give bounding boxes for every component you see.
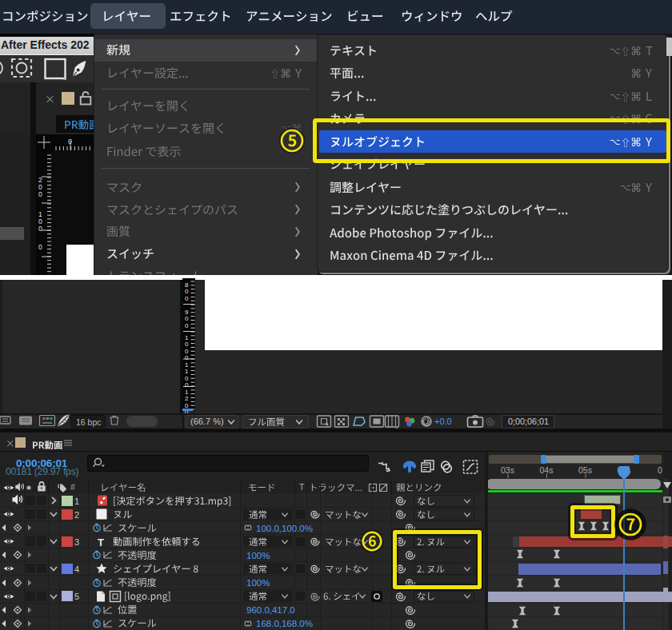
svg-text:0: 0 (185, 354, 189, 361)
svg-text:1: 1 (185, 368, 189, 375)
svg-text:0: 0 (38, 243, 42, 251)
svg-text:0: 0 (185, 381, 189, 389)
svg-text:0: 0 (38, 190, 42, 198)
svg-text:0: 0 (185, 341, 189, 348)
svg-text:0: 0 (185, 295, 189, 302)
svg-text:2: 2 (185, 395, 189, 402)
svg-text:0: 0 (185, 322, 189, 329)
svg-text:0: 0 (185, 315, 189, 322)
svg-text:0: 0 (185, 288, 189, 295)
svg-text:0: 0 (68, 138, 72, 146)
svg-text:0: 0 (38, 225, 42, 233)
